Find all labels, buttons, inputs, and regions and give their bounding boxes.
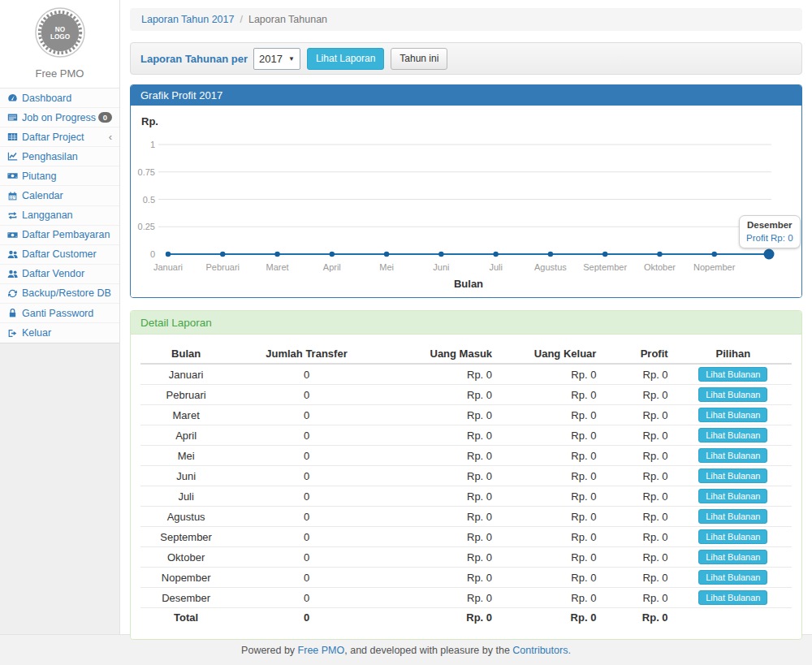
cell-uang-masuk: Rp. 0	[382, 466, 499, 486]
cell-pilihan: Lihat Bulanan	[675, 527, 792, 547]
sidebar-item-daftar-customer[interactable]: Daftar Customer	[0, 245, 119, 265]
sidebar-item-ganti-password[interactable]: Ganti Password	[0, 304, 119, 323]
detail-panel-title: Detail Laporan	[131, 311, 801, 335]
y-tick-label: 1	[150, 140, 155, 149]
chart-panel-title: Grafik Profit 2017	[131, 85, 801, 106]
lihat-bulanan-button[interactable]: Lihat Bulanan	[698, 489, 767, 503]
tooltip-value: Profit Rp: 0	[746, 233, 793, 243]
chevron-down-icon: ▼	[288, 55, 295, 63]
sidebar-item-penghasilan[interactable]: Penghasilan	[0, 147, 119, 166]
cell-uang-masuk: Rp. 0	[382, 405, 499, 425]
lihat-bulanan-button[interactable]: Lihat Bulanan	[698, 529, 767, 544]
profit-chart: Rp.00.250.50.751JanuariPebruariMaretApri…	[131, 106, 801, 297]
col-header-profit: Profit	[603, 344, 674, 364]
table-row: Juni 0 Rp. 0 Rp. 0 Rp. 0 Lihat Bulanan	[140, 466, 792, 486]
lihat-bulanan-button[interactable]: Lihat Bulanan	[698, 550, 767, 564]
cell-jumlah-transfer: 0	[231, 364, 381, 385]
sidebar-item-job-on-progress[interactable]: Job on Progress 0	[0, 108, 119, 127]
tooltip-title: Desember	[746, 220, 793, 230]
detail-report-table-wrap: Bulan Jumlah Transfer Uang Masuk Uang Ke…	[131, 335, 801, 639]
cell-uang-masuk: Rp. 0	[382, 425, 499, 446]
x-tick-label: April	[323, 262, 341, 272]
cell-bulan: April	[140, 425, 231, 446]
lihat-bulanan-button[interactable]: Lihat Bulanan	[698, 428, 767, 443]
sidebar-item-piutang[interactable]: Piutang	[0, 166, 119, 186]
sidebar-item-backup-restore-db[interactable]: Backup/Restore DB	[0, 284, 119, 304]
cell-profit: Rp. 0	[603, 405, 674, 425]
detail-report-table: Bulan Jumlah Transfer Uang Masuk Uang Ke…	[140, 344, 792, 628]
cell-uang-keluar: Rp. 0	[499, 568, 603, 588]
retweet-icon	[7, 210, 22, 221]
cell-profit: Rp. 0	[603, 527, 674, 547]
sidebar-item-daftar-vendor[interactable]: Daftar Vendor	[0, 265, 119, 284]
x-tick-label: Juni	[433, 262, 449, 272]
cell-bulan: Agustus	[140, 507, 231, 527]
sidebar-item-dashboard[interactable]: Dashboard	[0, 89, 119, 108]
cell-pilihan: Lihat Bulanan	[675, 405, 792, 425]
data-point	[657, 252, 662, 257]
table-row: April 0 Rp. 0 Rp. 0 Rp. 0 Lihat Bulanan	[140, 425, 792, 446]
cell-pilihan: Lihat Bulanan	[675, 446, 792, 466]
cell-pilihan: Lihat Bulanan	[675, 568, 792, 588]
cell-uang-masuk: Rp. 0	[382, 527, 499, 547]
table-row: Oktober 0 Rp. 0 Rp. 0 Rp. 0 Lihat Bulana…	[140, 547, 792, 568]
breadcrumb: Laporan Tahun 2017/Laporan Tahunan	[130, 8, 802, 31]
refresh-icon	[7, 288, 22, 299]
cell-uang-masuk: Rp. 0	[382, 507, 499, 527]
lihat-bulanan-button[interactable]: Lihat Bulanan	[698, 570, 767, 585]
lihat-bulanan-button[interactable]: Lihat Bulanan	[698, 387, 767, 402]
users-icon	[7, 249, 22, 260]
cell-uang-keluar: Rp. 0	[499, 608, 603, 628]
sidebar-item-label: Penghasilan	[22, 151, 78, 162]
toolbar-label: Laporan Tahunan per	[140, 53, 248, 65]
sidebar-menu: Dashboard Job on Progress 0 Daftar Proje…	[0, 88, 119, 343]
lihat-bulanan-button[interactable]: Lihat Bulanan	[698, 367, 767, 382]
cell-profit: Rp. 0	[603, 568, 674, 588]
lock-icon	[7, 308, 22, 318]
sidebar-item-daftar-pembayaran[interactable]: Daftar Pembayaran	[0, 226, 119, 245]
cell-uang-masuk: Rp. 0	[382, 364, 499, 385]
highlighted-point	[764, 249, 775, 260]
cell-profit: Rp. 0	[603, 547, 674, 568]
cell-profit: Rp. 0	[603, 588, 674, 608]
cell-bulan: Desember	[140, 588, 231, 608]
cell-pilihan	[675, 608, 792, 628]
cell-bulan: Mei	[140, 446, 231, 466]
sidebar-item-label: Daftar Project	[22, 132, 84, 143]
sidebar-item-keluar[interactable]: Keluar	[0, 323, 119, 343]
x-tick-label: Maret	[266, 262, 288, 272]
tahun-ini-button[interactable]: Tahun ini	[391, 48, 447, 70]
year-select[interactable]: 2017 ▼	[253, 48, 300, 70]
sidebar-item-langganan[interactable]: Langganan	[0, 206, 119, 226]
money-icon	[7, 171, 22, 181]
brand: NO LOGO Free PMO	[0, 0, 119, 88]
sidebar-item-label: Dashboard	[22, 93, 71, 104]
x-tick-label: Oktober	[644, 262, 676, 272]
cell-jumlah-transfer: 0	[231, 507, 381, 527]
table-total-row: Total 0 Rp. 0 Rp. 0 Rp. 0	[140, 608, 792, 628]
footer-text: Powered by Free PMO, and developed with …	[241, 645, 571, 656]
footer-link-free-pmo[interactable]: Free PMO	[298, 645, 345, 656]
brand-name: Free PMO	[0, 67, 119, 80]
sign-out-icon	[7, 328, 22, 339]
lihat-bulanan-button[interactable]: Lihat Bulanan	[698, 448, 767, 463]
footer-link-contributors[interactable]: Contributors.	[512, 645, 571, 656]
cell-jumlah-transfer: 0	[231, 486, 381, 507]
table-row: Maret 0 Rp. 0 Rp. 0 Rp. 0 Lihat Bulanan	[140, 405, 792, 425]
sidebar-item-daftar-project[interactable]: Daftar Project ‹	[0, 127, 119, 147]
data-point	[493, 252, 498, 257]
users-icon	[7, 269, 22, 279]
x-axis-label: Bulan	[454, 278, 483, 290]
lihat-bulanan-button[interactable]: Lihat Bulanan	[698, 509, 767, 524]
lihat-laporan-button[interactable]: Lihat Laporan	[307, 48, 384, 70]
sidebar-item-calendar[interactable]: Calendar	[0, 186, 119, 205]
breadcrumb-link-laporan-tahun[interactable]: Laporan Tahun 2017	[141, 14, 234, 25]
cell-jumlah-transfer: 0	[231, 608, 381, 628]
lihat-bulanan-button[interactable]: Lihat Bulanan	[698, 590, 767, 605]
tasks-icon	[7, 112, 22, 123]
lihat-bulanan-button[interactable]: Lihat Bulanan	[698, 469, 767, 483]
lihat-bulanan-button[interactable]: Lihat Bulanan	[698, 408, 767, 422]
data-point	[548, 252, 553, 257]
cell-uang-keluar: Rp. 0	[499, 466, 603, 486]
data-point	[166, 252, 171, 257]
